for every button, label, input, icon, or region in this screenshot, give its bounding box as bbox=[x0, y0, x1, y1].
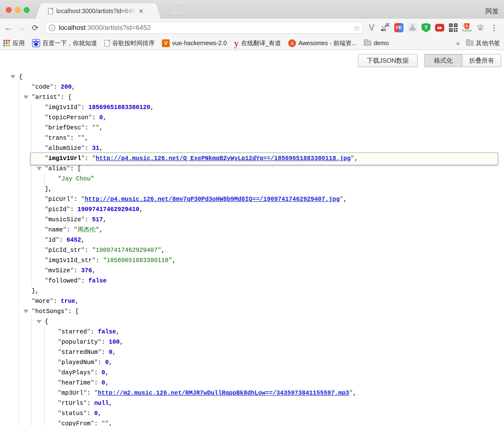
bookmark-item[interactable]: AAwesomes - 前端资... bbox=[288, 39, 357, 47]
json-line: "topicPerson": 0, bbox=[0, 113, 504, 123]
back-button[interactable]: ← bbox=[3, 22, 14, 34]
json-value: 6452 bbox=[67, 237, 81, 244]
json-line: "musicSize": 517, bbox=[0, 215, 504, 225]
bookmark-item[interactable]: Vvue-hackernews-2.0 bbox=[162, 39, 227, 47]
json-viewer: {"code": 200,"artist": {"img1v1Id": 1856… bbox=[0, 72, 504, 426]
qr-code-icon[interactable] bbox=[449, 23, 458, 32]
json-line: "mvSize": 376, bbox=[0, 266, 504, 276]
json-line: "img1v1Url": "http://p4.music.126.net/Q_… bbox=[0, 153, 504, 164]
tab-title: localhost:3000/artists?id=645 bbox=[56, 8, 136, 15]
bookmark-label: 在线翻译_有道 bbox=[241, 39, 281, 47]
json-key: rtUrls bbox=[61, 400, 83, 407]
json-line: "dayPlays": 0, bbox=[0, 368, 504, 378]
folder-icon bbox=[364, 41, 371, 46]
paw-icon[interactable] bbox=[476, 23, 485, 32]
json-line: "albumSize": 31, bbox=[0, 143, 504, 153]
json-link-url[interactable]: http://p4.music.126.net/Q_ExePNkmqB2yWyL… bbox=[96, 155, 351, 162]
browser-menu-icon[interactable]: ⋮ bbox=[489, 23, 499, 32]
address-bar[interactable]: i localhost:3000/artists?id=6452 ☆ bbox=[45, 22, 363, 34]
collapse-all-button[interactable]: 折叠所有 bbox=[462, 54, 501, 67]
json-string: "周杰伦" bbox=[74, 226, 99, 233]
json-key: status bbox=[61, 410, 83, 417]
zoom-window-button[interactable] bbox=[24, 7, 30, 13]
h5-player-icon[interactable]: s5PLAYER bbox=[462, 23, 471, 32]
bookmark-label: 应用 bbox=[13, 39, 25, 47]
json-line: "Jay Chou" bbox=[0, 174, 504, 184]
video-speed-icon[interactable]: ▶▶ bbox=[435, 24, 444, 32]
json-line: { bbox=[0, 72, 504, 82]
tampermonkey-icon[interactable]: T bbox=[421, 23, 431, 32]
json-line: "img1v1Id": 18569651883380120, bbox=[0, 102, 504, 113]
collapse-toggle[interactable] bbox=[36, 167, 42, 170]
json-line: "picId": 19097417462929410, bbox=[0, 204, 504, 215]
json-line: ], bbox=[0, 184, 504, 194]
bookmark-label: demo bbox=[374, 40, 389, 47]
json-string: "" bbox=[92, 124, 99, 131]
bookmark-item[interactable]: demo bbox=[364, 40, 389, 47]
json-key: picId_str bbox=[48, 247, 81, 254]
bookmark-item[interactable]: 百度一下，你就知道 bbox=[32, 39, 97, 47]
info-icon[interactable]: i bbox=[49, 25, 55, 31]
close-window-button[interactable] bbox=[6, 7, 12, 13]
vue-devtools-icon[interactable]: V bbox=[367, 23, 376, 32]
json-value: 0 bbox=[101, 379, 105, 386]
json-value: 0 bbox=[99, 114, 103, 121]
bookmarks-overflow-chevron[interactable]: » bbox=[456, 39, 460, 47]
tab-close-icon[interactable]: ✕ bbox=[138, 8, 144, 14]
sitemap-icon[interactable] bbox=[408, 23, 417, 32]
json-line: "name": "周杰伦", bbox=[0, 225, 504, 235]
json-value: 0 bbox=[94, 410, 98, 417]
bookmark-item[interactable]: 谷歌按时间排序 bbox=[104, 39, 155, 47]
collapse-toggle[interactable] bbox=[23, 95, 29, 99]
bookmark-label: vue-hackernews-2.0 bbox=[172, 40, 227, 47]
page-content: 下载JSON数据 格式化 折叠所有 {"code": 200,"artist":… bbox=[0, 50, 504, 426]
json-line: "briefDesc": "", bbox=[0, 123, 504, 133]
fe-icon[interactable]: FE bbox=[394, 23, 403, 32]
profile-name[interactable]: 阿发 bbox=[486, 7, 499, 16]
json-key: starredNum bbox=[61, 349, 98, 356]
json-link-url[interactable]: http://p4.music.126.net/8mv7qP30Pd3oHW8b… bbox=[85, 196, 340, 203]
tab-strip: localhost:3000/artists?id=645 ✕ 阿发 bbox=[0, 0, 504, 19]
json-key: artist bbox=[35, 94, 57, 101]
h5-player-label: PLAYER bbox=[462, 29, 472, 32]
youdao-translate-icon[interactable]: ⤻英en bbox=[381, 23, 390, 32]
json-line: "code": 200, bbox=[0, 82, 504, 92]
awesomes-icon: A bbox=[288, 39, 296, 47]
json-value: 517 bbox=[92, 216, 103, 223]
url-path: :3000/artists?id=6452 bbox=[86, 24, 151, 31]
collapse-toggle[interactable] bbox=[10, 75, 16, 79]
json-line: "more": true, bbox=[0, 296, 504, 307]
bookmark-item[interactable]: y在线翻译_有道 bbox=[234, 39, 281, 47]
minimize-window-button[interactable] bbox=[15, 7, 21, 13]
json-value: 0 bbox=[105, 359, 109, 366]
json-value: false bbox=[98, 328, 116, 335]
json-link-url[interactable]: http://m2.music.126.net/RMJR7wDullRqppBk… bbox=[98, 390, 349, 397]
new-tab-button[interactable] bbox=[167, 5, 186, 16]
reload-button[interactable]: ⟳ bbox=[30, 22, 41, 34]
format-button[interactable]: 格式化 bbox=[424, 54, 462, 67]
json-key: followed bbox=[48, 277, 77, 284]
json-key: mp3Url bbox=[61, 390, 83, 397]
extensions-row: V⤻英enFET▶▶s5PLAYER⋮ bbox=[367, 21, 499, 34]
bookmark-star-icon[interactable]: ☆ bbox=[353, 24, 360, 33]
bookmark-label: 谷歌按时间排序 bbox=[112, 39, 155, 47]
en-glyph: en bbox=[381, 28, 386, 32]
json-string: "19097417462929407" bbox=[92, 247, 161, 254]
collapse-toggle[interactable] bbox=[23, 310, 29, 313]
forward-button: → bbox=[16, 22, 27, 34]
bookmark-item[interactable]: 应用 bbox=[3, 39, 25, 47]
json-key: more bbox=[35, 298, 50, 305]
json-value: null bbox=[94, 400, 109, 407]
download-json-button[interactable]: 下载JSON数据 bbox=[358, 54, 418, 67]
json-line: "alias": [ bbox=[0, 164, 504, 174]
url-text: localhost:3000/artists?id=6452 bbox=[59, 24, 151, 32]
json-key: playedNum bbox=[61, 359, 94, 366]
json-key: trans bbox=[48, 135, 67, 142]
json-key: img1v1Id bbox=[48, 104, 77, 111]
browser-tab[interactable]: localhost:3000/artists?id=645 ✕ bbox=[44, 3, 153, 19]
json-key: topicPerson bbox=[48, 114, 88, 121]
collapse-toggle[interactable] bbox=[36, 320, 42, 324]
json-line: }, bbox=[0, 286, 504, 296]
url-host: localhost bbox=[59, 24, 86, 31]
other-bookmarks-folder[interactable]: 其他书签 bbox=[466, 39, 500, 47]
